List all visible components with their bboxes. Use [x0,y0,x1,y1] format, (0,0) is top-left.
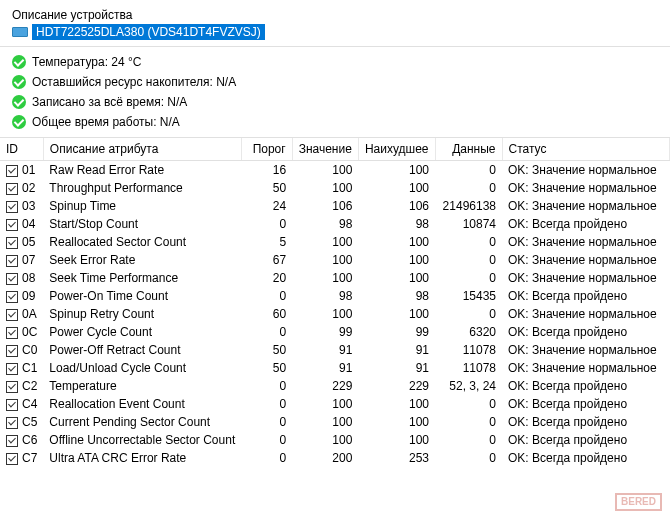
cell-status: OK: Всегда пройдено [502,431,670,449]
cell-threshold: 0 [241,431,292,449]
cell-data: 0 [435,269,502,287]
cell-status: OK: Всегда пройдено [502,377,670,395]
table-row[interactable]: 0ASpinup Retry Count601001000OK: Значени… [0,305,670,323]
cell-worst: 91 [358,341,435,359]
cell-data: 0 [435,161,502,180]
smart-attributes-table: ID Описание атрибута Порог Значение Наих… [0,138,670,467]
table-header-row: ID Описание атрибута Порог Значение Наих… [0,138,670,161]
row-checkbox[interactable] [6,435,18,447]
cell-worst: 98 [358,287,435,305]
row-checkbox[interactable] [6,237,18,249]
cell-worst: 100 [358,161,435,180]
cell-worst: 253 [358,449,435,467]
id-text: C7 [22,451,37,465]
table-row[interactable]: 0CPower Cycle Count099996320OK: Всегда п… [0,323,670,341]
cell-desc: Spinup Retry Count [43,305,241,323]
row-checkbox[interactable] [6,219,18,231]
cell-desc: Power Cycle Count [43,323,241,341]
header-worst[interactable]: Наихудшее [358,138,435,161]
cell-id: 09 [0,287,43,305]
cell-value: 100 [292,395,358,413]
id-text: 01 [22,163,35,177]
cell-value: 100 [292,269,358,287]
row-checkbox[interactable] [6,345,18,357]
table-row[interactable]: C5Current Pending Sector Count01001000OK… [0,413,670,431]
cell-status: OK: Значение нормальное [502,359,670,377]
table-row[interactable]: C7Ultra ATA CRC Error Rate02002530OK: Вс… [0,449,670,467]
watermark-text: BERED [615,493,662,511]
cell-id: 0A [0,305,43,323]
header-status[interactable]: Статус [502,138,670,161]
header-desc[interactable]: Описание атрибута [43,138,241,161]
table-row[interactable]: 02Throughput Performance501001000OK: Зна… [0,179,670,197]
header-value[interactable]: Значение [292,138,358,161]
row-checkbox[interactable] [6,201,18,213]
cell-id: C4 [0,395,43,413]
table-row[interactable]: C0Power-Off Retract Count50919111078OK: … [0,341,670,359]
cell-id: 02 [0,179,43,197]
smart-table-section: ID Описание атрибута Порог Значение Наих… [0,138,670,467]
cell-id: C6 [0,431,43,449]
cell-desc: Power-On Time Count [43,287,241,305]
device-name[interactable]: HDT722525DLA380 (VDS41DT4FVZVSJ) [32,24,265,40]
table-row[interactable]: 09Power-On Time Count0989815435OK: Всегд… [0,287,670,305]
row-checkbox[interactable] [6,417,18,429]
cell-data: 0 [435,413,502,431]
id-text: C6 [22,433,37,447]
cell-status: OK: Всегда пройдено [502,413,670,431]
status-section: Температура: 24 °C Оставшийся ресурс нак… [0,47,670,138]
cell-value: 99 [292,323,358,341]
row-checkbox[interactable] [6,183,18,195]
table-row[interactable]: 01Raw Read Error Rate161001000OK: Значен… [0,161,670,180]
cell-worst: 100 [358,413,435,431]
table-row[interactable]: C6Offline Uncorrectable Sector Count0100… [0,431,670,449]
cell-threshold: 0 [241,413,292,431]
row-checkbox[interactable] [6,165,18,177]
cell-desc: Power-Off Retract Count [43,341,241,359]
cell-value: 91 [292,341,358,359]
cell-desc: Load/Unload Cycle Count [43,359,241,377]
cell-data: 0 [435,305,502,323]
row-checkbox[interactable] [6,399,18,411]
table-row[interactable]: 07Seek Error Rate671001000OK: Значение н… [0,251,670,269]
cell-status: OK: Всегда пройдено [502,395,670,413]
cell-threshold: 20 [241,269,292,287]
table-row[interactable]: 04Start/Stop Count0989810874OK: Всегда п… [0,215,670,233]
id-text: C5 [22,415,37,429]
device-header: Описание устройства HDT722525DLA380 (VDS… [0,0,670,47]
header-threshold[interactable]: Порог [241,138,292,161]
cell-threshold: 50 [241,179,292,197]
row-checkbox[interactable] [6,453,18,465]
row-checkbox[interactable] [6,291,18,303]
cell-worst: 100 [358,251,435,269]
cell-threshold: 5 [241,233,292,251]
cell-status: OK: Значение нормальное [502,251,670,269]
table-row[interactable]: C4Reallocation Event Count01001000OK: Вс… [0,395,670,413]
table-row[interactable]: 08Seek Time Performance201001000OK: Знач… [0,269,670,287]
header-data[interactable]: Данные [435,138,502,161]
cell-data: 15435 [435,287,502,305]
row-checkbox[interactable] [6,363,18,375]
cell-threshold: 16 [241,161,292,180]
cell-worst: 106 [358,197,435,215]
cell-threshold: 67 [241,251,292,269]
row-checkbox[interactable] [6,381,18,393]
header-id[interactable]: ID [0,138,43,161]
table-row[interactable]: C2Temperature022922952, 3, 24OK: Всегда … [0,377,670,395]
cell-desc: Throughput Performance [43,179,241,197]
id-text: 02 [22,181,35,195]
table-row[interactable]: C1Load/Unload Cycle Count50919111078OK: … [0,359,670,377]
table-row[interactable]: 03Spinup Time2410610621496138OK: Значени… [0,197,670,215]
cell-worst: 99 [358,323,435,341]
row-checkbox[interactable] [6,309,18,321]
table-row[interactable]: 05Reallocated Sector Count51001000OK: Зн… [0,233,670,251]
row-checkbox[interactable] [6,255,18,267]
id-text: 03 [22,199,35,213]
cell-worst: 100 [358,305,435,323]
device-name-row: HDT722525DLA380 (VDS41DT4FVZVSJ) [12,24,658,40]
cell-threshold: 24 [241,197,292,215]
cell-data: 0 [435,449,502,467]
row-checkbox[interactable] [6,327,18,339]
row-checkbox[interactable] [6,273,18,285]
cell-value: 100 [292,161,358,180]
